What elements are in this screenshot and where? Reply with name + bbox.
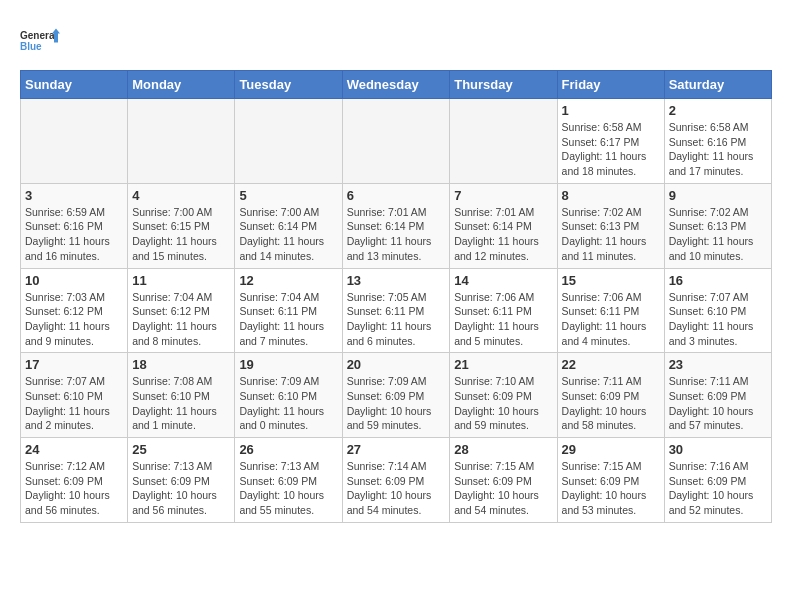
svg-text:Blue: Blue bbox=[20, 41, 42, 52]
day-info: Sunrise: 7:15 AM Sunset: 6:09 PM Dayligh… bbox=[562, 459, 660, 518]
calendar-week-row: 1Sunrise: 6:58 AM Sunset: 6:17 PM Daylig… bbox=[21, 99, 772, 184]
logo-icon: General Blue bbox=[20, 20, 60, 60]
weekday-header: Saturday bbox=[664, 71, 771, 99]
day-number: 20 bbox=[347, 357, 446, 372]
calendar-day-cell: 29Sunrise: 7:15 AM Sunset: 6:09 PM Dayli… bbox=[557, 438, 664, 523]
day-info: Sunrise: 7:13 AM Sunset: 6:09 PM Dayligh… bbox=[239, 459, 337, 518]
day-info: Sunrise: 7:16 AM Sunset: 6:09 PM Dayligh… bbox=[669, 459, 767, 518]
calendar-day-cell bbox=[450, 99, 557, 184]
day-info: Sunrise: 7:06 AM Sunset: 6:11 PM Dayligh… bbox=[562, 290, 660, 349]
calendar-day-cell: 21Sunrise: 7:10 AM Sunset: 6:09 PM Dayli… bbox=[450, 353, 557, 438]
calendar-day-cell bbox=[128, 99, 235, 184]
day-info: Sunrise: 7:01 AM Sunset: 6:14 PM Dayligh… bbox=[347, 205, 446, 264]
calendar-week-row: 24Sunrise: 7:12 AM Sunset: 6:09 PM Dayli… bbox=[21, 438, 772, 523]
day-number: 15 bbox=[562, 273, 660, 288]
calendar-day-cell: 22Sunrise: 7:11 AM Sunset: 6:09 PM Dayli… bbox=[557, 353, 664, 438]
weekday-header: Monday bbox=[128, 71, 235, 99]
day-info: Sunrise: 7:14 AM Sunset: 6:09 PM Dayligh… bbox=[347, 459, 446, 518]
day-number: 27 bbox=[347, 442, 446, 457]
day-number: 8 bbox=[562, 188, 660, 203]
calendar-day-cell: 3Sunrise: 6:59 AM Sunset: 6:16 PM Daylig… bbox=[21, 183, 128, 268]
day-number: 7 bbox=[454, 188, 552, 203]
day-number: 10 bbox=[25, 273, 123, 288]
page-header: General Blue bbox=[20, 20, 772, 60]
day-info: Sunrise: 7:06 AM Sunset: 6:11 PM Dayligh… bbox=[454, 290, 552, 349]
day-number: 6 bbox=[347, 188, 446, 203]
weekday-header: Sunday bbox=[21, 71, 128, 99]
day-info: Sunrise: 7:07 AM Sunset: 6:10 PM Dayligh… bbox=[669, 290, 767, 349]
calendar-day-cell: 1Sunrise: 6:58 AM Sunset: 6:17 PM Daylig… bbox=[557, 99, 664, 184]
weekday-header: Friday bbox=[557, 71, 664, 99]
calendar-week-row: 3Sunrise: 6:59 AM Sunset: 6:16 PM Daylig… bbox=[21, 183, 772, 268]
day-info: Sunrise: 7:05 AM Sunset: 6:11 PM Dayligh… bbox=[347, 290, 446, 349]
calendar-day-cell: 15Sunrise: 7:06 AM Sunset: 6:11 PM Dayli… bbox=[557, 268, 664, 353]
calendar-day-cell: 24Sunrise: 7:12 AM Sunset: 6:09 PM Dayli… bbox=[21, 438, 128, 523]
calendar-day-cell: 7Sunrise: 7:01 AM Sunset: 6:14 PM Daylig… bbox=[450, 183, 557, 268]
calendar-day-cell: 23Sunrise: 7:11 AM Sunset: 6:09 PM Dayli… bbox=[664, 353, 771, 438]
calendar-day-cell: 28Sunrise: 7:15 AM Sunset: 6:09 PM Dayli… bbox=[450, 438, 557, 523]
calendar-week-row: 17Sunrise: 7:07 AM Sunset: 6:10 PM Dayli… bbox=[21, 353, 772, 438]
day-number: 3 bbox=[25, 188, 123, 203]
day-number: 28 bbox=[454, 442, 552, 457]
calendar-day-cell: 5Sunrise: 7:00 AM Sunset: 6:14 PM Daylig… bbox=[235, 183, 342, 268]
calendar-day-cell: 11Sunrise: 7:04 AM Sunset: 6:12 PM Dayli… bbox=[128, 268, 235, 353]
calendar-day-cell: 27Sunrise: 7:14 AM Sunset: 6:09 PM Dayli… bbox=[342, 438, 450, 523]
day-info: Sunrise: 7:11 AM Sunset: 6:09 PM Dayligh… bbox=[669, 374, 767, 433]
day-number: 22 bbox=[562, 357, 660, 372]
day-info: Sunrise: 7:04 AM Sunset: 6:12 PM Dayligh… bbox=[132, 290, 230, 349]
calendar-day-cell: 16Sunrise: 7:07 AM Sunset: 6:10 PM Dayli… bbox=[664, 268, 771, 353]
day-number: 13 bbox=[347, 273, 446, 288]
calendar-day-cell: 8Sunrise: 7:02 AM Sunset: 6:13 PM Daylig… bbox=[557, 183, 664, 268]
calendar-day-cell: 19Sunrise: 7:09 AM Sunset: 6:10 PM Dayli… bbox=[235, 353, 342, 438]
day-info: Sunrise: 6:59 AM Sunset: 6:16 PM Dayligh… bbox=[25, 205, 123, 264]
day-info: Sunrise: 7:09 AM Sunset: 6:10 PM Dayligh… bbox=[239, 374, 337, 433]
day-info: Sunrise: 7:01 AM Sunset: 6:14 PM Dayligh… bbox=[454, 205, 552, 264]
day-number: 19 bbox=[239, 357, 337, 372]
day-info: Sunrise: 7:12 AM Sunset: 6:09 PM Dayligh… bbox=[25, 459, 123, 518]
calendar-day-cell: 9Sunrise: 7:02 AM Sunset: 6:13 PM Daylig… bbox=[664, 183, 771, 268]
calendar-day-cell: 18Sunrise: 7:08 AM Sunset: 6:10 PM Dayli… bbox=[128, 353, 235, 438]
day-info: Sunrise: 7:13 AM Sunset: 6:09 PM Dayligh… bbox=[132, 459, 230, 518]
calendar-day-cell: 20Sunrise: 7:09 AM Sunset: 6:09 PM Dayli… bbox=[342, 353, 450, 438]
day-number: 23 bbox=[669, 357, 767, 372]
calendar-day-cell: 2Sunrise: 6:58 AM Sunset: 6:16 PM Daylig… bbox=[664, 99, 771, 184]
day-number: 14 bbox=[454, 273, 552, 288]
weekday-header: Wednesday bbox=[342, 71, 450, 99]
calendar-day-cell: 12Sunrise: 7:04 AM Sunset: 6:11 PM Dayli… bbox=[235, 268, 342, 353]
day-number: 29 bbox=[562, 442, 660, 457]
calendar-day-cell: 13Sunrise: 7:05 AM Sunset: 6:11 PM Dayli… bbox=[342, 268, 450, 353]
day-number: 25 bbox=[132, 442, 230, 457]
day-info: Sunrise: 7:02 AM Sunset: 6:13 PM Dayligh… bbox=[562, 205, 660, 264]
calendar-week-row: 10Sunrise: 7:03 AM Sunset: 6:12 PM Dayli… bbox=[21, 268, 772, 353]
day-info: Sunrise: 7:02 AM Sunset: 6:13 PM Dayligh… bbox=[669, 205, 767, 264]
day-number: 26 bbox=[239, 442, 337, 457]
day-number: 24 bbox=[25, 442, 123, 457]
calendar-day-cell: 30Sunrise: 7:16 AM Sunset: 6:09 PM Dayli… bbox=[664, 438, 771, 523]
calendar-day-cell: 4Sunrise: 7:00 AM Sunset: 6:15 PM Daylig… bbox=[128, 183, 235, 268]
calendar-day-cell bbox=[342, 99, 450, 184]
weekday-header: Tuesday bbox=[235, 71, 342, 99]
calendar-day-cell: 10Sunrise: 7:03 AM Sunset: 6:12 PM Dayli… bbox=[21, 268, 128, 353]
day-number: 9 bbox=[669, 188, 767, 203]
day-info: Sunrise: 7:10 AM Sunset: 6:09 PM Dayligh… bbox=[454, 374, 552, 433]
day-info: Sunrise: 7:00 AM Sunset: 6:15 PM Dayligh… bbox=[132, 205, 230, 264]
day-info: Sunrise: 7:03 AM Sunset: 6:12 PM Dayligh… bbox=[25, 290, 123, 349]
calendar-table: SundayMondayTuesdayWednesdayThursdayFrid… bbox=[20, 70, 772, 523]
day-info: Sunrise: 7:07 AM Sunset: 6:10 PM Dayligh… bbox=[25, 374, 123, 433]
calendar-day-cell: 25Sunrise: 7:13 AM Sunset: 6:09 PM Dayli… bbox=[128, 438, 235, 523]
day-number: 12 bbox=[239, 273, 337, 288]
day-number: 17 bbox=[25, 357, 123, 372]
svg-text:General: General bbox=[20, 30, 57, 41]
day-number: 4 bbox=[132, 188, 230, 203]
day-number: 1 bbox=[562, 103, 660, 118]
calendar-day-cell: 6Sunrise: 7:01 AM Sunset: 6:14 PM Daylig… bbox=[342, 183, 450, 268]
calendar-day-cell: 26Sunrise: 7:13 AM Sunset: 6:09 PM Dayli… bbox=[235, 438, 342, 523]
day-number: 21 bbox=[454, 357, 552, 372]
day-info: Sunrise: 7:09 AM Sunset: 6:09 PM Dayligh… bbox=[347, 374, 446, 433]
day-info: Sunrise: 7:04 AM Sunset: 6:11 PM Dayligh… bbox=[239, 290, 337, 349]
day-info: Sunrise: 7:15 AM Sunset: 6:09 PM Dayligh… bbox=[454, 459, 552, 518]
day-info: Sunrise: 6:58 AM Sunset: 6:17 PM Dayligh… bbox=[562, 120, 660, 179]
calendar-day-cell bbox=[21, 99, 128, 184]
weekday-header: Thursday bbox=[450, 71, 557, 99]
day-number: 11 bbox=[132, 273, 230, 288]
